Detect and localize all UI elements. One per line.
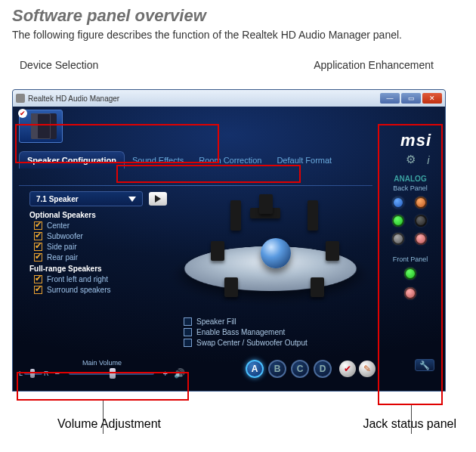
jack-status-panel: ANALOG Back Panel Front Panel [380, 172, 440, 374]
label-subwoofer: Subwoofer [47, 232, 83, 240]
tab-speaker-configuration[interactable]: Speaker Configuration [19, 151, 125, 169]
jack-orange[interactable] [415, 197, 427, 209]
checkbox-front-lr[interactable] [34, 275, 42, 283]
play-icon [155, 195, 161, 203]
jack-black[interactable] [415, 215, 427, 227]
front-panel-label: Front Panel [393, 255, 428, 263]
preset-button-b[interactable]: B [268, 360, 286, 378]
check-icon: ✔ [18, 109, 27, 118]
settings-wrench-button[interactable]: 🔧 [415, 359, 434, 371]
checkbox-subwoofer[interactable] [34, 232, 42, 240]
preset-button-a[interactable]: A [246, 360, 264, 378]
speaker-mode-dropdown[interactable]: 7.1 Speaker [29, 191, 143, 206]
jack-grey[interactable] [392, 233, 404, 245]
window-titlebar: Realtek HD Audio Manager — ▭ ✕ [13, 90, 445, 107]
callout-volume-adjustment: Volume Adjustment [57, 417, 161, 431]
preset-button-c[interactable]: C [291, 360, 309, 378]
speaker-icon[interactable]: 🔊 [174, 368, 185, 379]
main-volume-slider[interactable] [69, 372, 154, 375]
jack-blue[interactable] [392, 197, 404, 209]
jack-green-back[interactable] [392, 215, 404, 227]
brand-logo: msi [400, 131, 431, 150]
main-volume-label: Main Volume [82, 359, 122, 367]
jack-green-front[interactable] [404, 268, 416, 280]
speakers-icon [31, 113, 51, 139]
label-speaker-fill: Speaker Fill [196, 317, 236, 326]
callout-application-enhancement: Application Enhancement [314, 59, 434, 71]
back-panel-label: Back Panel [393, 184, 428, 192]
app-icon [16, 94, 25, 103]
checkbox-speaker-fill[interactable] [184, 317, 192, 326]
label-swap-center-sub: Swap Center / Subwoofer Output [196, 339, 308, 347]
window-maximize-button[interactable]: ▭ [401, 93, 421, 104]
volume-minus-label: − [55, 369, 60, 378]
play-test-button[interactable] [149, 192, 167, 206]
label-front-lr: Front left and right [47, 275, 108, 283]
tab-room-correction[interactable]: Room Correction [191, 152, 269, 169]
window-minimize-button[interactable]: — [380, 93, 400, 104]
page-description: The following figure describes the funct… [12, 29, 464, 41]
balance-slider[interactable] [24, 372, 42, 375]
jack-pink-front[interactable] [404, 287, 416, 299]
label-side-pair: Side pair [47, 243, 76, 251]
checkbox-side-pair[interactable] [34, 243, 42, 251]
page-title: Software panel overview [12, 6, 464, 26]
speaker-layout-diagram [178, 188, 366, 309]
tab-sound-effects[interactable]: Sound Effects [125, 152, 191, 169]
checkbox-swap-center-sub[interactable] [184, 339, 192, 347]
window-close-button[interactable]: ✕ [422, 93, 442, 104]
checkbox-surround[interactable] [34, 286, 42, 294]
label-bass-management: Enable Bass Management [196, 328, 285, 336]
apply-button[interactable]: ✔ [339, 361, 356, 377]
tab-default-format[interactable]: Default Format [269, 152, 339, 169]
preset-button-d[interactable]: D [314, 360, 332, 378]
volume-panel: Main Volume L R − + 🔊 [19, 359, 185, 379]
checkbox-bass-management[interactable] [184, 328, 192, 336]
device-tile-speakers[interactable]: ✔ [19, 110, 63, 143]
speaker-mode-value: 7.1 Speaker [36, 195, 79, 203]
label-surround: Surround speakers [47, 286, 111, 294]
callout-jack-status-panel: Jack status panel [363, 417, 456, 431]
balance-right-label: R [44, 370, 49, 377]
app-window: Realtek HD Audio Manager — ▭ ✕ ✔ msi [12, 89, 446, 392]
balance-left-label: L [19, 370, 23, 377]
chevron-down-icon [128, 197, 136, 202]
jack-pink-back[interactable] [415, 233, 427, 245]
label-rear-pair: Rear pair [47, 253, 78, 262]
checkbox-center[interactable] [34, 221, 42, 230]
edit-button[interactable]: ✎ [359, 361, 376, 377]
analog-label: ANALOG [394, 175, 426, 183]
checkbox-rear-pair[interactable] [34, 253, 42, 262]
label-center: Center [47, 221, 70, 230]
window-title: Realtek HD Audio Manager [28, 94, 119, 103]
volume-plus-label: + [163, 369, 168, 378]
tab-bar: Speaker Configuration Sound Effects Room… [13, 149, 445, 169]
callout-device-selection: Device Selection [20, 59, 98, 71]
listener-orb-icon [261, 238, 291, 268]
